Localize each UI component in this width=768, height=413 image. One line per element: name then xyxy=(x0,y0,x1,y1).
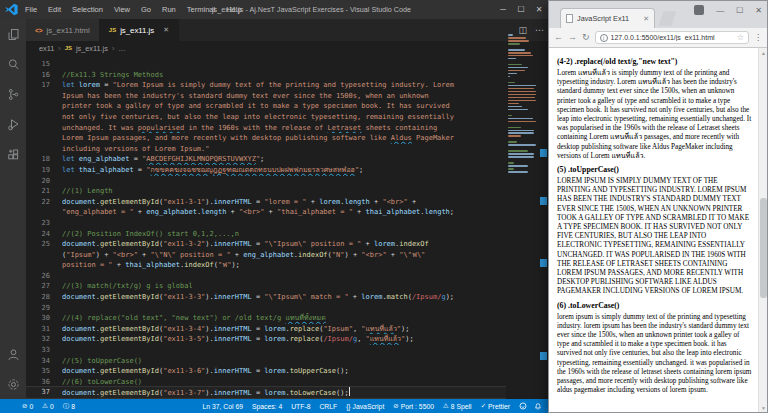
browser-menu-icon[interactable]: ⋮ xyxy=(754,33,762,42)
cursor-position-label: Ln 37, Col 69 xyxy=(203,403,243,410)
back-icon[interactable]: ← xyxy=(554,33,563,42)
explorer-icon[interactable] xyxy=(0,19,26,49)
tab-js-ex11-js[interactable]: JS js_ex11.js ✕ xyxy=(100,19,179,41)
status-eol[interactable]: CRLF xyxy=(319,403,337,410)
close-icon[interactable]: ✕ xyxy=(755,6,762,15)
new-tab-button[interactable] xyxy=(659,11,677,26)
tab-js-ex11-html[interactable]: <> js_ex11.html xyxy=(26,19,100,41)
code-line: printer took a galley of type and scramb… xyxy=(26,101,506,112)
tab-label: js_ex11.html xyxy=(47,26,90,35)
status-errors-count[interactable]: ⊘0 xyxy=(22,402,33,410)
extensions-icon[interactable] xyxy=(0,139,26,169)
run-debug-icon[interactable] xyxy=(0,109,26,139)
search-icon[interactable] xyxy=(0,49,26,79)
warnings-count-icon: ⚠ xyxy=(42,402,48,410)
code-line: not only five centuries, but also the le… xyxy=(26,112,506,123)
code-line: 24//(2) Position IndexOf() start 0,1,2,.… xyxy=(26,229,506,240)
scroll-down-icon[interactable]: ▼ xyxy=(759,403,768,412)
minimize-icon[interactable]: — xyxy=(716,6,724,15)
browser-window: JavaScript Ex11 ✕ — ☐ ✕ ← → ↻ i 127.0.0.… xyxy=(548,0,768,413)
tab-label: js_ex11.js xyxy=(120,26,154,35)
breadcrumb-folder[interactable]: ex11 xyxy=(39,44,54,53)
status-spell-checker[interactable]: ⚠8 Spell xyxy=(443,402,472,410)
address-bar[interactable]: i 127.0.0.1:5500/ex11/js_ex11.html ☆ xyxy=(595,31,749,44)
tab-close-icon[interactable]: ✕ xyxy=(643,15,649,23)
code-line: Ipsum has been the industry's standard d… xyxy=(26,91,506,102)
code-line: 26 xyxy=(26,271,506,282)
line-number: 26 xyxy=(26,271,62,282)
code-line: 29 xyxy=(26,303,506,314)
code-line: 23 xyxy=(26,218,506,229)
code-line: 16//Ex11.3 Strings Methods xyxy=(26,70,506,81)
errors-count-icon: ⊘ xyxy=(22,402,27,410)
line-number: 17 xyxy=(26,80,62,91)
profile-avatar[interactable] xyxy=(694,5,704,15)
source-control-icon[interactable] xyxy=(0,79,26,109)
spell-checker-label: 8 Spell xyxy=(451,403,472,410)
browser-tab[interactable]: JavaScript Ex11 ✕ xyxy=(560,8,655,28)
code-line: 19let thai_alphabet = "กขฃคฅฆงจฉชซฌญฎฏฐฑ… xyxy=(26,165,506,176)
close-icon[interactable]: ✕ xyxy=(530,0,548,19)
status-info-count[interactable]: ⓘ8 xyxy=(63,402,75,411)
reload-icon[interactable]: ↻ xyxy=(582,33,590,42)
status-warnings-count[interactable]: ⚠0 xyxy=(42,402,54,410)
line-number: 35 xyxy=(26,366,62,377)
forward-icon[interactable]: → xyxy=(568,33,577,42)
live-server-port-icon: ⊘ xyxy=(393,402,398,410)
account-icon[interactable] xyxy=(0,339,26,369)
window-title: js_ex11.js - Aj.NesT JavaScript Exercise… xyxy=(212,5,411,14)
eol-label: CRLF xyxy=(319,403,337,410)
status-live-server-port[interactable]: ⊘Port : 5500 xyxy=(393,402,434,410)
line-number: 32 xyxy=(26,334,62,345)
line-number: 37 xyxy=(26,387,62,398)
browser-window-controls: — ☐ ✕ xyxy=(694,5,762,15)
menu-terminal[interactable]: Terminal xyxy=(187,5,215,14)
encoding-label: UTF-8 xyxy=(291,403,310,410)
breadcrumb[interactable]: ex11 › JS js_ex11.js › … xyxy=(26,41,548,55)
status-indentation[interactable]: Spaces: 4 xyxy=(252,403,282,410)
menu-selection[interactable]: Selection xyxy=(72,5,103,14)
maximize-icon[interactable]: ☐ xyxy=(512,0,530,19)
code-line: 20 xyxy=(26,176,506,187)
browser-scrollbar[interactable]: ▲ ▼ xyxy=(758,48,767,412)
notifications-bell-icon[interactable] xyxy=(534,402,542,410)
code-editor[interactable]: 1516//Ex11.3 Strings Methods17let lorem … xyxy=(26,55,506,399)
status-encoding[interactable]: UTF-8 xyxy=(291,403,310,410)
chevron-right-icon: › xyxy=(112,45,114,52)
language-mode-icon: {} xyxy=(346,403,350,410)
breadcrumb-symbol[interactable]: … xyxy=(118,44,125,53)
code-line: Lorem Ipsum passages, and more recently … xyxy=(26,133,506,144)
menu-file[interactable]: File xyxy=(25,5,37,14)
line-number: 34 xyxy=(26,356,62,367)
settings-gear-icon[interactable] xyxy=(0,369,26,399)
site-info-icon[interactable]: i xyxy=(600,34,608,42)
code-line: 36//(6) toLowerCase() xyxy=(26,377,506,388)
scrollbar-thumb[interactable] xyxy=(760,198,767,298)
indentation-label: Spaces: 4 xyxy=(252,403,282,410)
code-line: 21//(1) Length xyxy=(26,186,506,197)
bookmark-star-icon[interactable]: ☆ xyxy=(737,33,744,42)
info-count-icon: ⓘ xyxy=(63,402,70,411)
menu-go[interactable]: Go xyxy=(141,5,151,14)
status-language-mode[interactable]: {}JavaScript xyxy=(346,403,384,410)
maximize-icon[interactable]: ☐ xyxy=(736,6,743,15)
minimize-icon[interactable]: ─ xyxy=(494,0,512,19)
code-line: 34//(5) toUpperCase() xyxy=(26,356,506,367)
status-cursor-position[interactable]: Ln 37, Col 69 xyxy=(203,403,243,410)
menu-edit[interactable]: Edit xyxy=(48,5,61,14)
browser-toolbar: ← → ↻ i 127.0.0.1:5500/ex11/js_ex11.html… xyxy=(549,28,767,48)
scroll-up-icon[interactable]: ▲ xyxy=(759,48,768,57)
vscode-logo-icon xyxy=(5,3,19,17)
feedback-icon[interactable] xyxy=(519,402,527,410)
status-prettier[interactable]: ✓Prettier xyxy=(481,402,510,410)
vscode-window-controls: ─ ☐ ✕ xyxy=(494,0,548,19)
menu-run[interactable]: Run xyxy=(162,5,176,14)
menu-view[interactable]: View xyxy=(114,5,130,14)
minimap[interactable] xyxy=(508,34,538,234)
overview-ruler[interactable] xyxy=(539,19,547,399)
code-line: 22document.getElementById("ex11-3-1").in… xyxy=(26,197,506,208)
breadcrumb-file[interactable]: js_ex11.js xyxy=(76,44,108,53)
problems-summary[interactable]: ⊘0⚠0ⓘ8 xyxy=(22,402,75,411)
code-line: 18let eng_alphabet = "ABCDEFGHIJKLMNOPQR… xyxy=(26,154,506,165)
tab-close-icon[interactable]: ✕ xyxy=(163,26,169,34)
